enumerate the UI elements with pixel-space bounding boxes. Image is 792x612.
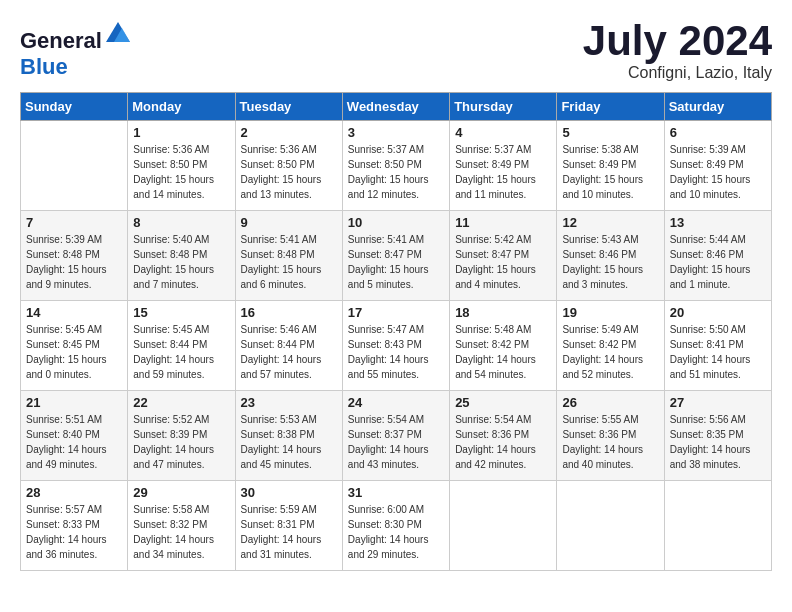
col-header-thursday: Thursday bbox=[450, 93, 557, 121]
calendar-cell: 6Sunrise: 5:39 AM Sunset: 8:49 PM Daylig… bbox=[664, 121, 771, 211]
day-info: Sunrise: 5:42 AM Sunset: 8:47 PM Dayligh… bbox=[455, 232, 551, 292]
day-info: Sunrise: 5:53 AM Sunset: 8:38 PM Dayligh… bbox=[241, 412, 337, 472]
calendar-cell: 21Sunrise: 5:51 AM Sunset: 8:40 PM Dayli… bbox=[21, 391, 128, 481]
calendar-cell: 26Sunrise: 5:55 AM Sunset: 8:36 PM Dayli… bbox=[557, 391, 664, 481]
day-info: Sunrise: 5:48 AM Sunset: 8:42 PM Dayligh… bbox=[455, 322, 551, 382]
day-info: Sunrise: 5:36 AM Sunset: 8:50 PM Dayligh… bbox=[241, 142, 337, 202]
calendar-cell: 23Sunrise: 5:53 AM Sunset: 8:38 PM Dayli… bbox=[235, 391, 342, 481]
day-info: Sunrise: 5:56 AM Sunset: 8:35 PM Dayligh… bbox=[670, 412, 766, 472]
day-info: Sunrise: 5:55 AM Sunset: 8:36 PM Dayligh… bbox=[562, 412, 658, 472]
calendar-cell: 19Sunrise: 5:49 AM Sunset: 8:42 PM Dayli… bbox=[557, 301, 664, 391]
day-info: Sunrise: 5:43 AM Sunset: 8:46 PM Dayligh… bbox=[562, 232, 658, 292]
day-number: 18 bbox=[455, 305, 551, 320]
calendar-cell bbox=[557, 481, 664, 571]
day-info: Sunrise: 5:58 AM Sunset: 8:32 PM Dayligh… bbox=[133, 502, 229, 562]
day-info: Sunrise: 5:40 AM Sunset: 8:48 PM Dayligh… bbox=[133, 232, 229, 292]
day-number: 13 bbox=[670, 215, 766, 230]
day-info: Sunrise: 5:49 AM Sunset: 8:42 PM Dayligh… bbox=[562, 322, 658, 382]
logo-text: General Blue bbox=[20, 20, 132, 80]
logo-blue: Blue bbox=[20, 54, 68, 79]
day-info: Sunrise: 5:44 AM Sunset: 8:46 PM Dayligh… bbox=[670, 232, 766, 292]
day-info: Sunrise: 5:52 AM Sunset: 8:39 PM Dayligh… bbox=[133, 412, 229, 472]
day-number: 16 bbox=[241, 305, 337, 320]
day-number: 24 bbox=[348, 395, 444, 410]
location-subtitle: Configni, Lazio, Italy bbox=[583, 64, 772, 82]
calendar-cell: 22Sunrise: 5:52 AM Sunset: 8:39 PM Dayli… bbox=[128, 391, 235, 481]
day-number: 28 bbox=[26, 485, 122, 500]
calendar-header-row: SundayMondayTuesdayWednesdayThursdayFrid… bbox=[21, 93, 772, 121]
day-number: 27 bbox=[670, 395, 766, 410]
day-number: 26 bbox=[562, 395, 658, 410]
day-info: Sunrise: 5:45 AM Sunset: 8:44 PM Dayligh… bbox=[133, 322, 229, 382]
day-number: 11 bbox=[455, 215, 551, 230]
logo-icon bbox=[104, 20, 132, 48]
day-info: Sunrise: 5:59 AM Sunset: 8:31 PM Dayligh… bbox=[241, 502, 337, 562]
day-info: Sunrise: 5:39 AM Sunset: 8:48 PM Dayligh… bbox=[26, 232, 122, 292]
calendar-cell: 4Sunrise: 5:37 AM Sunset: 8:49 PM Daylig… bbox=[450, 121, 557, 211]
calendar-cell: 16Sunrise: 5:46 AM Sunset: 8:44 PM Dayli… bbox=[235, 301, 342, 391]
calendar-cell: 31Sunrise: 6:00 AM Sunset: 8:30 PM Dayli… bbox=[342, 481, 449, 571]
calendar-cell: 20Sunrise: 5:50 AM Sunset: 8:41 PM Dayli… bbox=[664, 301, 771, 391]
day-number: 7 bbox=[26, 215, 122, 230]
day-info: Sunrise: 5:46 AM Sunset: 8:44 PM Dayligh… bbox=[241, 322, 337, 382]
day-info: Sunrise: 5:54 AM Sunset: 8:37 PM Dayligh… bbox=[348, 412, 444, 472]
page-header: General Blue July 2024 Configni, Lazio, … bbox=[20, 20, 772, 82]
day-info: Sunrise: 5:51 AM Sunset: 8:40 PM Dayligh… bbox=[26, 412, 122, 472]
day-info: Sunrise: 5:45 AM Sunset: 8:45 PM Dayligh… bbox=[26, 322, 122, 382]
title-block: July 2024 Configni, Lazio, Italy bbox=[583, 20, 772, 82]
calendar-cell: 30Sunrise: 5:59 AM Sunset: 8:31 PM Dayli… bbox=[235, 481, 342, 571]
calendar-cell: 7Sunrise: 5:39 AM Sunset: 8:48 PM Daylig… bbox=[21, 211, 128, 301]
calendar-cell bbox=[664, 481, 771, 571]
day-info: Sunrise: 5:38 AM Sunset: 8:49 PM Dayligh… bbox=[562, 142, 658, 202]
day-number: 12 bbox=[562, 215, 658, 230]
col-header-saturday: Saturday bbox=[664, 93, 771, 121]
calendar-week-row: 14Sunrise: 5:45 AM Sunset: 8:45 PM Dayli… bbox=[21, 301, 772, 391]
calendar-cell: 24Sunrise: 5:54 AM Sunset: 8:37 PM Dayli… bbox=[342, 391, 449, 481]
col-header-tuesday: Tuesday bbox=[235, 93, 342, 121]
calendar-cell: 2Sunrise: 5:36 AM Sunset: 8:50 PM Daylig… bbox=[235, 121, 342, 211]
calendar-cell: 17Sunrise: 5:47 AM Sunset: 8:43 PM Dayli… bbox=[342, 301, 449, 391]
day-number: 15 bbox=[133, 305, 229, 320]
calendar-cell: 18Sunrise: 5:48 AM Sunset: 8:42 PM Dayli… bbox=[450, 301, 557, 391]
calendar-cell: 11Sunrise: 5:42 AM Sunset: 8:47 PM Dayli… bbox=[450, 211, 557, 301]
calendar-cell: 14Sunrise: 5:45 AM Sunset: 8:45 PM Dayli… bbox=[21, 301, 128, 391]
day-number: 23 bbox=[241, 395, 337, 410]
day-number: 14 bbox=[26, 305, 122, 320]
calendar-cell bbox=[450, 481, 557, 571]
day-number: 29 bbox=[133, 485, 229, 500]
day-info: Sunrise: 6:00 AM Sunset: 8:30 PM Dayligh… bbox=[348, 502, 444, 562]
calendar-cell: 1Sunrise: 5:36 AM Sunset: 8:50 PM Daylig… bbox=[128, 121, 235, 211]
calendar-cell: 5Sunrise: 5:38 AM Sunset: 8:49 PM Daylig… bbox=[557, 121, 664, 211]
month-year-title: July 2024 bbox=[583, 20, 772, 62]
day-number: 30 bbox=[241, 485, 337, 500]
calendar-cell: 12Sunrise: 5:43 AM Sunset: 8:46 PM Dayli… bbox=[557, 211, 664, 301]
day-info: Sunrise: 5:39 AM Sunset: 8:49 PM Dayligh… bbox=[670, 142, 766, 202]
day-number: 2 bbox=[241, 125, 337, 140]
day-number: 4 bbox=[455, 125, 551, 140]
day-number: 9 bbox=[241, 215, 337, 230]
day-number: 10 bbox=[348, 215, 444, 230]
calendar-cell: 8Sunrise: 5:40 AM Sunset: 8:48 PM Daylig… bbox=[128, 211, 235, 301]
day-number: 25 bbox=[455, 395, 551, 410]
calendar-week-row: 21Sunrise: 5:51 AM Sunset: 8:40 PM Dayli… bbox=[21, 391, 772, 481]
logo: General Blue bbox=[20, 20, 132, 80]
day-info: Sunrise: 5:37 AM Sunset: 8:49 PM Dayligh… bbox=[455, 142, 551, 202]
day-number: 19 bbox=[562, 305, 658, 320]
day-number: 20 bbox=[670, 305, 766, 320]
day-number: 17 bbox=[348, 305, 444, 320]
day-number: 3 bbox=[348, 125, 444, 140]
col-header-wednesday: Wednesday bbox=[342, 93, 449, 121]
day-number: 5 bbox=[562, 125, 658, 140]
calendar-cell: 13Sunrise: 5:44 AM Sunset: 8:46 PM Dayli… bbox=[664, 211, 771, 301]
day-number: 22 bbox=[133, 395, 229, 410]
calendar-cell: 25Sunrise: 5:54 AM Sunset: 8:36 PM Dayli… bbox=[450, 391, 557, 481]
calendar-cell: 15Sunrise: 5:45 AM Sunset: 8:44 PM Dayli… bbox=[128, 301, 235, 391]
day-info: Sunrise: 5:36 AM Sunset: 8:50 PM Dayligh… bbox=[133, 142, 229, 202]
day-info: Sunrise: 5:50 AM Sunset: 8:41 PM Dayligh… bbox=[670, 322, 766, 382]
day-info: Sunrise: 5:57 AM Sunset: 8:33 PM Dayligh… bbox=[26, 502, 122, 562]
calendar-cell: 9Sunrise: 5:41 AM Sunset: 8:48 PM Daylig… bbox=[235, 211, 342, 301]
day-number: 31 bbox=[348, 485, 444, 500]
day-info: Sunrise: 5:41 AM Sunset: 8:48 PM Dayligh… bbox=[241, 232, 337, 292]
calendar-cell: 29Sunrise: 5:58 AM Sunset: 8:32 PM Dayli… bbox=[128, 481, 235, 571]
calendar-cell: 28Sunrise: 5:57 AM Sunset: 8:33 PM Dayli… bbox=[21, 481, 128, 571]
